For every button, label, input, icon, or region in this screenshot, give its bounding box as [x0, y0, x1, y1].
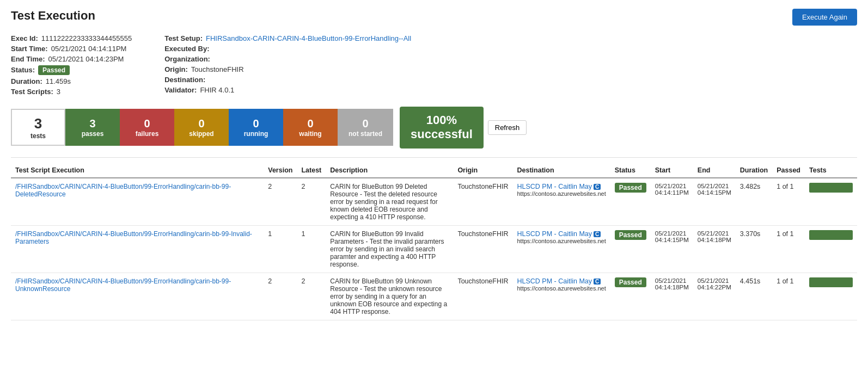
col-version: Version — [264, 163, 297, 178]
cell-status: Passed — [610, 178, 651, 226]
running-num: 0 — [253, 118, 259, 130]
col-end: End — [693, 163, 736, 178]
page-container: Test Execution Execute Again Exec Id: 11… — [0, 0, 868, 329]
success-label: successful — [411, 127, 473, 141]
cell-end: 05/21/2021 04:14:22PM — [693, 273, 736, 320]
test-setup-link[interactable]: FHIRSandbox-CARIN-CARIN-4-BlueButton-99-… — [206, 34, 411, 42]
table-divider — [11, 157, 857, 158]
progress-bar — [809, 183, 853, 193]
running-label: running — [244, 130, 268, 138]
cell-tests — [805, 273, 857, 320]
dest-url: https://contoso.azurewebsites.net — [517, 190, 606, 197]
header-row: Test Execution Execute Again — [11, 9, 857, 26]
page-title: Test Execution — [11, 9, 95, 23]
execute-again-button[interactable]: Execute Again — [792, 9, 857, 26]
cell-latest: 1 — [297, 225, 326, 273]
executed-by-row: Executed By: — [164, 45, 411, 53]
cell-destination: HLSCD PM - Caitlin MayChttps://contoso.a… — [512, 273, 610, 320]
cell-destination: HLSCD PM - Caitlin MayChttps://contoso.a… — [512, 225, 610, 273]
destination-label: Destination: — [164, 76, 205, 84]
waiting-num: 0 — [307, 118, 313, 130]
cell-description: CARIN for BlueButton 99 Deleted Resource… — [326, 178, 453, 226]
col-destination: Destination — [512, 163, 610, 178]
meta-right: Test Setup: FHIRSandbox-CARIN-CARIN-4-Bl… — [164, 34, 411, 96]
stat-running: 0 running — [229, 109, 283, 146]
cell-script: /FHIRSandbox/CARIN/CARIN-4-BlueButton/99… — [11, 273, 264, 320]
table-header: Test Script Execution Version Latest Des… — [11, 163, 857, 178]
dest-url: https://contoso.azurewebsites.net — [517, 285, 606, 292]
duration-row: Duration: 11.459s — [11, 77, 132, 85]
organization-row: Organization: — [164, 55, 411, 63]
cell-passed: 1 of 1 — [772, 225, 805, 273]
notstarted-num: 0 — [362, 118, 368, 130]
cell-description: CARIN for BlueButton 99 Invalid Paramete… — [326, 225, 453, 273]
progress-bar — [809, 230, 853, 240]
cell-start: 05/21/2021 04:14:15PM — [651, 225, 693, 273]
col-latest: Latest — [297, 163, 326, 178]
waiting-label: waiting — [299, 130, 321, 138]
cell-version: 2 — [264, 178, 297, 226]
success-percent: 100% — [411, 113, 473, 127]
end-time-value: 05/21/2021 04:14:23PM — [48, 55, 124, 63]
script-link[interactable]: /FHIRSandbox/CARIN/CARIN-4-BlueButton/99… — [15, 183, 231, 198]
stat-waiting: 0 waiting — [283, 109, 338, 146]
test-setup-label: Test Setup: — [164, 34, 203, 42]
cell-end: 05/21/2021 04:14:18PM — [693, 225, 736, 273]
stat-total: 3 tests — [11, 109, 65, 146]
meta-section: Exec Id: 11112222233333344455555 Start T… — [11, 34, 857, 96]
start-time-row: Start Time: 05/21/2021 04:14:11PM — [11, 45, 132, 53]
passes-label: passes — [82, 130, 104, 138]
failures-num: 0 — [144, 118, 150, 130]
script-link[interactable]: /FHIRSandbox/CARIN/CARIN-4-BlueButton/99… — [15, 277, 231, 293]
col-duration: Duration — [736, 163, 772, 178]
duration-label: Duration: — [11, 77, 42, 85]
dest-url: https://contoso.azurewebsites.net — [517, 238, 606, 244]
cell-tests — [805, 178, 857, 226]
exec-id-label: Exec Id: — [11, 34, 38, 42]
cell-latest: 2 — [297, 273, 326, 320]
status-badge: Passed — [615, 230, 646, 240]
success-badge: 100% successful — [400, 107, 484, 149]
cell-origin: TouchstoneFHIR — [453, 225, 512, 273]
table-row: /FHIRSandbox/CARIN/CARIN-4-BlueButton/99… — [11, 273, 857, 320]
status-badge: Passed — [615, 277, 646, 287]
passes-num: 3 — [89, 118, 95, 130]
cell-status: Passed — [610, 225, 651, 273]
c-badge: C — [594, 279, 601, 285]
test-setup-row: Test Setup: FHIRSandbox-CARIN-CARIN-4-Bl… — [164, 34, 411, 42]
stats-bar: 3 tests 3 passes 0 failures 0 skipped 0 … — [11, 107, 857, 149]
test-scripts-row: Test Scripts: 3 — [11, 88, 132, 96]
stat-failures: 0 failures — [120, 109, 174, 146]
cell-latest: 2 — [297, 178, 326, 226]
status-label: Status: — [11, 66, 35, 74]
stat-passes: 3 passes — [65, 109, 120, 146]
failures-label: failures — [136, 130, 159, 138]
origin-value: TouchstoneFHIR — [191, 65, 244, 73]
col-script: Test Script Execution — [11, 163, 264, 178]
origin-label: Origin: — [164, 65, 188, 73]
cell-script: /FHIRSandbox/CARIN/CARIN-4-BlueButton/99… — [11, 225, 264, 273]
col-description: Description — [326, 163, 453, 178]
validator-value: FHIR 4.0.1 — [200, 86, 234, 94]
organization-label: Organization: — [164, 55, 210, 63]
meta-left: Exec Id: 11112222233333344455555 Start T… — [11, 34, 132, 96]
total-label: tests — [30, 132, 46, 140]
cell-origin: TouchstoneFHIR — [453, 273, 512, 320]
refresh-button[interactable]: Refresh — [488, 120, 527, 135]
cell-origin: TouchstoneFHIR — [453, 178, 512, 226]
dest-link[interactable]: HLSCD PM - Caitlin May — [517, 230, 592, 238]
table-header-row: Test Script Execution Version Latest Des… — [11, 163, 857, 178]
cell-start: 05/21/2021 04:14:11PM — [651, 178, 693, 226]
stat-notstarted: 0 not started — [338, 109, 393, 146]
cell-end: 05/21/2021 04:14:15PM — [693, 178, 736, 226]
end-time-label: End Time: — [11, 55, 45, 63]
notstarted-label: not started — [349, 130, 382, 138]
table-body: /FHIRSandbox/CARIN/CARIN-4-BlueButton/99… — [11, 178, 857, 320]
script-link[interactable]: /FHIRSandbox/CARIN/CARIN-4-BlueButton/99… — [15, 230, 252, 245]
dest-link[interactable]: HLSCD PM - Caitlin May — [517, 183, 592, 190]
c-badge: C — [594, 231, 601, 237]
cell-status: Passed — [610, 273, 651, 320]
skipped-label: skipped — [189, 130, 213, 138]
dest-link[interactable]: HLSCD PM - Caitlin May — [517, 277, 592, 285]
cell-passed: 1 of 1 — [772, 178, 805, 226]
